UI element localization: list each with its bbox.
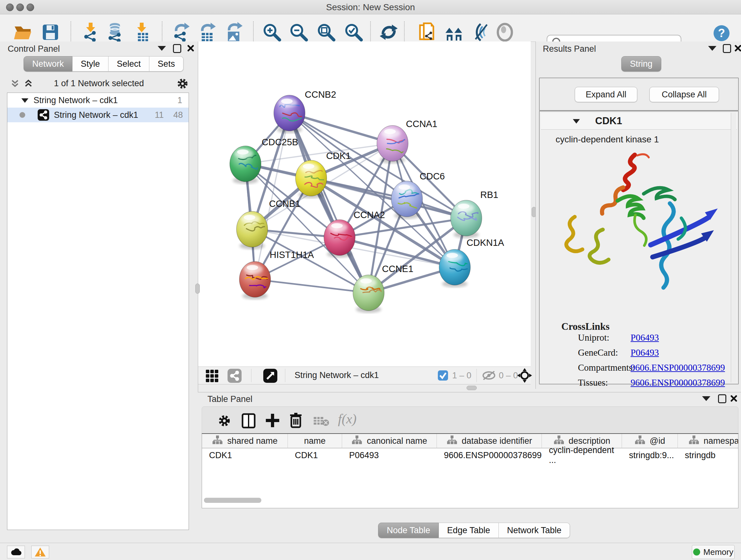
crosslink-link[interactable]: 9606.ENSP00000378699	[630, 362, 725, 373]
node-label-CCNA2: CCNA2	[354, 210, 385, 220]
copy-network-document-icon[interactable]	[417, 22, 437, 43]
control-panel-close-icon[interactable]	[186, 44, 195, 53]
network-options-gear-icon[interactable]	[176, 77, 189, 90]
fit-content-crosshair-icon[interactable]	[517, 368, 532, 383]
detach-view-icon[interactable]	[263, 369, 277, 383]
network-edge-CCNB2-CCNE1[interactable]	[289, 113, 368, 293]
export-table-icon[interactable]	[197, 22, 218, 43]
toolbar-separator	[404, 21, 405, 43]
network-column-icon	[351, 435, 362, 447]
tab-edge-table[interactable]: Edge Table	[439, 523, 499, 538]
memory-status-dot-icon	[693, 549, 700, 556]
column-header-database-identifier[interactable]: database identifier	[437, 434, 542, 448]
hide-graphics-details-icon[interactable]	[471, 22, 491, 43]
table-cell[interactable]: cyclin-dependent ...	[542, 449, 622, 462]
export-network-icon[interactable]	[171, 22, 192, 43]
results-panel-float-icon[interactable]	[722, 44, 732, 53]
node-table[interactable]: shared namenamecanonical namedatabase id…	[202, 433, 738, 508]
zoom-fit-icon[interactable]	[316, 22, 336, 43]
horizontal-splitter-handle[interactable]	[467, 386, 477, 390]
table-toolbar: f(x)	[202, 407, 738, 434]
table-panel-close-icon[interactable]	[729, 394, 738, 403]
save-session-icon[interactable]	[40, 22, 61, 43]
tab-network[interactable]: Network	[23, 56, 72, 71]
share-view-icon[interactable]	[227, 369, 242, 383]
left-splitter-handle[interactable]	[195, 284, 200, 294]
table-cell[interactable]: stringdb:9...	[622, 449, 677, 462]
open-session-icon[interactable]	[13, 22, 33, 43]
table-cell[interactable]: CDK1	[202, 449, 287, 462]
show-columns-icon[interactable]	[242, 413, 256, 428]
table-panel-collapse-icon[interactable]	[701, 394, 711, 403]
control-panel-collapse-icon[interactable]	[157, 44, 166, 53]
column-header-shared-name[interactable]: shared name	[202, 434, 288, 448]
network-collection-row[interactable]: String Network – cdk1 1	[7, 93, 189, 108]
zoom-out-icon[interactable]	[288, 22, 309, 43]
network-node-RB1[interactable]	[451, 200, 482, 238]
entry-header[interactable]: CDK1	[541, 113, 737, 130]
network-canvas[interactable]: CCNB2CCNA1CDC25BCDK1CDC6RB1CCNB1CCNA2CDK…	[198, 42, 531, 367]
network-node-CDC25B[interactable]	[230, 146, 261, 184]
network-node-HIST1H1A[interactable]	[239, 261, 272, 300]
toolbar-separator	[253, 21, 254, 43]
network-row-selected[interactable]: String Network – cdk1 11 48	[7, 108, 189, 122]
table-options-gear-icon[interactable]	[217, 414, 231, 428]
column-header-namespace[interactable]: namespace	[678, 434, 738, 448]
cloud-icon	[10, 548, 22, 557]
network-edge-CDK1-RB1[interactable]	[311, 178, 466, 218]
column-header-label: database identifier	[462, 436, 532, 446]
birds-eye-view-icon[interactable]	[495, 22, 515, 43]
crosslink-label: Uniprot:	[578, 332, 609, 343]
string-app-icon	[37, 109, 50, 121]
network-node-CCNE1[interactable]	[353, 275, 384, 313]
import-network-database-icon[interactable]	[105, 22, 126, 43]
tab-network-table[interactable]: Network Table	[499, 523, 570, 538]
results-scrollbar[interactable]	[731, 113, 736, 382]
column-header-id[interactable]: @id	[622, 434, 678, 448]
tab-style[interactable]: Style	[72, 56, 109, 71]
column-header-canonical-name[interactable]: canonical name	[342, 434, 437, 448]
refresh-layout-icon[interactable]	[379, 22, 399, 43]
zoom-in-icon[interactable]	[262, 22, 282, 43]
table-horizontal-scrollbar[interactable]	[204, 498, 261, 503]
grid-view-icon[interactable]	[205, 369, 222, 382]
collection-label: String Network – cdk1	[33, 96, 118, 105]
collapse-all-button[interactable]: Collapse All	[650, 87, 719, 102]
create-column-icon[interactable]	[265, 413, 280, 428]
results-panel-close-icon[interactable]	[733, 44, 741, 53]
zoom-selected-icon[interactable]	[343, 22, 364, 43]
network-node-CDKN1A[interactable]	[439, 249, 472, 287]
expand-all-button[interactable]: Expand All	[575, 87, 637, 102]
results-panel-collapse-icon[interactable]	[708, 44, 717, 53]
import-table-icon[interactable]	[133, 22, 153, 43]
table-cell[interactable]: CDK1	[288, 449, 342, 462]
selected-checkbox-icon[interactable]	[437, 370, 448, 381]
collection-expand-icon[interactable]	[20, 97, 30, 104]
tab-node-table[interactable]: Node Table	[378, 523, 439, 538]
crosslink-link[interactable]: 9606.ENSP00000378699	[630, 377, 725, 388]
tab-string[interactable]: String	[621, 56, 661, 71]
network-node-count: 11	[155, 110, 164, 120]
tab-select[interactable]: Select	[109, 56, 149, 71]
network-node-CCNB2[interactable]	[274, 95, 307, 133]
memory-button[interactable]: Memory	[692, 545, 735, 559]
table-panel-float-icon[interactable]	[718, 394, 727, 403]
network-edge-HIST1H1A-CCNE1[interactable]	[255, 279, 368, 293]
delete-column-icon[interactable]	[289, 413, 303, 428]
import-network-file-icon[interactable]	[82, 22, 102, 43]
column-header-name[interactable]: name	[288, 434, 342, 448]
cloud-status-button[interactable]	[7, 546, 25, 558]
home-view-icon[interactable]	[444, 22, 465, 43]
export-image-icon[interactable]	[224, 22, 245, 43]
control-panel-float-icon[interactable]	[172, 44, 182, 53]
network-column-icon	[447, 435, 457, 447]
tab-sets[interactable]: Sets	[149, 56, 184, 71]
crosslink-link[interactable]: P06493	[630, 348, 659, 358]
table-cell[interactable]: 9606.ENSP00000378699	[437, 449, 542, 462]
node-label-CCNA1: CCNA1	[406, 119, 437, 129]
crosslink-link[interactable]: P06493	[630, 332, 659, 343]
table-cell[interactable]: stringdb	[678, 449, 738, 462]
warning-status-button[interactable]	[31, 546, 49, 558]
table-cell[interactable]: P06493	[342, 449, 436, 462]
entry-collapse-icon[interactable]	[571, 117, 581, 125]
